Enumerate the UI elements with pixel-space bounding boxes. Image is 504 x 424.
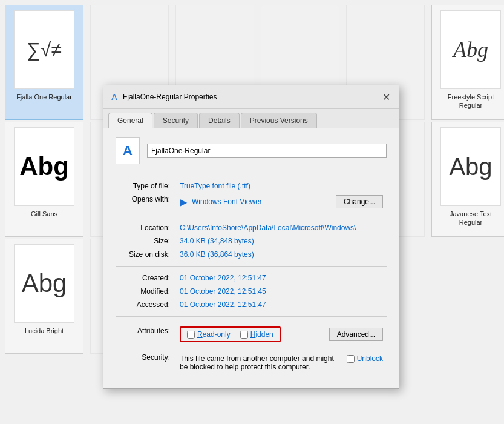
separator-1 bbox=[116, 174, 387, 174]
prop-label-opens: Opens with: bbox=[116, 193, 176, 211]
readonly-checkbox[interactable] bbox=[187, 331, 195, 339]
close-button[interactable]: ✕ bbox=[379, 90, 393, 104]
prop-label-accessed: Accessed: bbox=[116, 298, 176, 311]
font-name: Fjalla One Regular bbox=[16, 93, 72, 101]
separator-4 bbox=[116, 316, 387, 317]
security-label: Security: bbox=[116, 349, 176, 374]
hidden-label[interactable]: Hidden bbox=[240, 330, 273, 339]
advanced-button[interactable]: Advanced... bbox=[329, 328, 383, 341]
security-table: Security: This file came from another co… bbox=[116, 349, 387, 374]
separator-2 bbox=[116, 216, 387, 216]
dialog-titlebar: A FjallaOne-Regular Properties ✕ bbox=[103, 85, 399, 109]
prop-value-type: TrueType font file (.ttf) bbox=[176, 179, 387, 193]
tab-previous-versions[interactable]: Previous Versions bbox=[241, 113, 317, 128]
title-icon: A bbox=[110, 92, 119, 102]
prop-label-type: Type of file: bbox=[116, 179, 176, 193]
prop-accessed: Accessed: 01 October 2022, 12:51:47 bbox=[116, 298, 387, 311]
attributes-row: Attributes: Read-only Hidden bbox=[116, 322, 387, 345]
font-name-freestyle: Freestyle ScriptRegular bbox=[448, 93, 494, 110]
prop-opens-with: Opens with: ▶ Windows Font Viewer Change… bbox=[116, 193, 387, 211]
prop-label-size: Size: bbox=[116, 234, 176, 248]
prop-value-created: 01 October 2022, 12:51:47 bbox=[176, 271, 387, 285]
attributes-box: Read-only Hidden bbox=[180, 326, 281, 342]
prop-label-location: Location: bbox=[116, 221, 176, 234]
prop-label-size-disk: Size on disk: bbox=[116, 248, 176, 261]
prop-label-created: Created: bbox=[116, 271, 176, 285]
font-card-javanese[interactable]: Abg Javanese TextRegular bbox=[431, 122, 504, 237]
prop-size-disk: Size on disk: 36.0 KB (36,864 bytes) bbox=[116, 248, 387, 261]
font-card-fjalla[interactable]: ∑√≠ Fjalla One Regular bbox=[5, 5, 83, 120]
security-content: This file came from another computer and… bbox=[176, 349, 387, 374]
font-preview: ∑√≠ bbox=[14, 10, 74, 89]
prop-value-opens: ▶ Windows Font Viewer Change... bbox=[176, 193, 387, 211]
prop-value-accessed: 01 October 2022, 12:51:47 bbox=[176, 298, 387, 311]
unblock-checkbox[interactable] bbox=[347, 355, 355, 363]
attr-label: Attributes: bbox=[116, 322, 176, 345]
font-name-jav: Javanese TextRegular bbox=[450, 210, 492, 227]
readonly-label[interactable]: Read-only bbox=[187, 330, 231, 339]
unblock-area: Unblock bbox=[347, 354, 383, 363]
dialog-title: A FjallaOne-Regular Properties bbox=[110, 92, 217, 102]
separator-3 bbox=[116, 266, 387, 267]
prop-modified: Modified: 01 October 2022, 12:51:45 bbox=[116, 285, 387, 298]
unblock-label[interactable]: Unblock bbox=[357, 354, 383, 363]
prop-type: Type of file: TrueType font file (.ttf) bbox=[116, 179, 387, 193]
opens-app: Windows Font Viewer bbox=[192, 197, 262, 206]
font-card-gillsans[interactable]: Abg Gill Sans bbox=[5, 122, 83, 237]
security-text: This file came from another computer and… bbox=[180, 354, 342, 371]
file-name-input[interactable] bbox=[147, 144, 387, 158]
properties-dialog: A FjallaOne-Regular Properties ✕ General… bbox=[103, 85, 399, 389]
dialog-title-text: FjallaOne-Regular Properties bbox=[123, 93, 217, 101]
tab-details[interactable]: Details bbox=[199, 113, 240, 128]
file-header: A bbox=[116, 137, 387, 164]
hidden-text: Hidden bbox=[250, 330, 273, 339]
dates-table: Created: 01 October 2022, 12:51:47 Modif… bbox=[116, 271, 387, 311]
font-name-gill: Gill Sans bbox=[31, 210, 57, 218]
prop-created: Created: 01 October 2022, 12:51:47 bbox=[116, 271, 387, 285]
change-button[interactable]: Change... bbox=[336, 195, 383, 208]
tab-security[interactable]: Security bbox=[154, 113, 198, 128]
readonly-text: Read-only bbox=[197, 330, 231, 339]
prop-value-location: C:\Users\InfoShore\AppData\Local\Microso… bbox=[176, 221, 387, 234]
prop-value-size: 34.0 KB (34,848 bytes) bbox=[176, 234, 387, 248]
attr-controls: Read-only Hidden Advanced... bbox=[176, 322, 387, 345]
security-row: Security: This file came from another co… bbox=[116, 349, 387, 374]
prop-value-modified: 01 October 2022, 12:51:45 bbox=[176, 285, 387, 298]
prop-label-modified: Modified: bbox=[116, 285, 176, 298]
attributes-table: Attributes: Read-only Hidden bbox=[116, 322, 387, 345]
prop-location: Location: C:\Users\InfoShore\AppData\Loc… bbox=[116, 221, 387, 234]
opens-icon: ▶ bbox=[180, 196, 187, 208]
tab-bar: General Security Details Previous Versio… bbox=[103, 109, 399, 128]
font-card-freestyle[interactable]: Abg Freestyle ScriptRegular bbox=[431, 5, 504, 120]
file-icon: A bbox=[116, 137, 140, 164]
prop-value-size-disk: 36.0 KB (36,864 bytes) bbox=[176, 248, 387, 261]
properties-table: Type of file: TrueType font file (.ttf) … bbox=[116, 179, 387, 211]
location-table: Location: C:\Users\InfoShore\AppData\Loc… bbox=[116, 221, 387, 261]
hidden-checkbox[interactable] bbox=[240, 331, 248, 339]
tab-general[interactable]: General bbox=[108, 113, 152, 128]
font-card-lucida-bright[interactable]: Abg Lucida Bright bbox=[5, 239, 83, 354]
font-name-lb: Lucida Bright bbox=[25, 326, 64, 335]
dialog-content: A Type of file: TrueType font file (.ttf… bbox=[103, 128, 399, 388]
prop-size: Size: 34.0 KB (34,848 bytes) bbox=[116, 234, 387, 248]
